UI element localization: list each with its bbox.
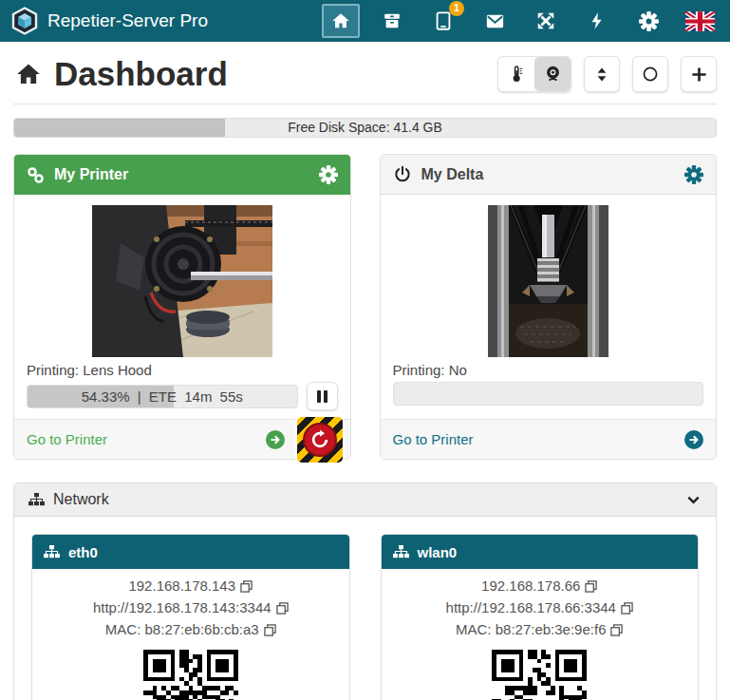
- nav-fullscreen-button[interactable]: [527, 4, 565, 38]
- network-panel-header[interactable]: Network: [14, 483, 716, 517]
- copy-icon[interactable]: [621, 599, 633, 619]
- thermometer-icon: [507, 64, 526, 85]
- archive-box-icon: [382, 10, 402, 31]
- home-icon: [330, 10, 351, 31]
- nav-home-button[interactable]: [322, 4, 360, 38]
- qr-code: [492, 650, 587, 700]
- app-logo-icon: [11, 7, 38, 35]
- page-title: Dashboard: [13, 55, 228, 93]
- copy-icon[interactable]: [240, 577, 253, 597]
- nav-power-button[interactable]: [578, 4, 616, 38]
- power-off-icon: [393, 165, 412, 184]
- emergency-stop-button[interactable]: [297, 417, 343, 463]
- circle-icon: [642, 66, 659, 83]
- interface-mac: MAC: b8:27:eb:3e:9e:f6: [456, 621, 606, 637]
- navbar: Repetier-Server Pro 1: [0, 0, 730, 42]
- network-panel-body: eth0 192.168.178.143 http://192.168.178.…: [14, 517, 716, 700]
- gear-icon: [639, 11, 659, 31]
- printer-card-my-delta: My Delta: [380, 154, 718, 460]
- page-header: Dashboard: [13, 55, 717, 93]
- printer-settings-gear-icon[interactable]: [319, 165, 338, 184]
- interface-ip: 192.168.178.143: [128, 577, 235, 594]
- print-progress-bar: [393, 382, 704, 406]
- nav-print-queue-button[interactable]: [373, 4, 411, 38]
- chevron-down-icon[interactable]: [685, 492, 702, 508]
- printer-card-body: Printing: No: [381, 195, 717, 414]
- printer-card-my-printer: My Printer: [13, 154, 351, 460]
- printer-name: My Printer: [54, 166, 128, 183]
- chain-link-icon: [27, 166, 45, 184]
- print-progress-row: 54.33% | ETE 14m 55s: [27, 382, 338, 410]
- nav-devices-button[interactable]: 1: [424, 4, 462, 38]
- nav-messages-button[interactable]: [476, 4, 514, 38]
- print-progress-bar: 54.33% | ETE 14m 55s: [27, 385, 298, 408]
- network-card-eth0: eth0 192.168.178.143 http://192.168.178.…: [31, 534, 350, 700]
- envelope-icon: [484, 10, 506, 32]
- add-printer-button[interactable]: [681, 56, 717, 92]
- go-to-printer-link[interactable]: Go to Printer: [27, 431, 107, 447]
- temperature-view-button[interactable]: [498, 57, 534, 91]
- disk-space-label: Free Disk Space: 41.4 GB: [14, 119, 716, 137]
- network-panel: Network eth0 192.168.178.143 ht: [13, 482, 717, 700]
- printer-card-header: My Printer: [14, 155, 350, 195]
- copy-icon[interactable]: [264, 621, 276, 641]
- navbar-icons: 1: [322, 4, 719, 38]
- printer-card-body: Printing: Lens Hood 54.33% | ETE 14m 55s: [14, 195, 350, 419]
- language-flag-button[interactable]: [681, 4, 719, 38]
- header-divider: [13, 104, 717, 104]
- view-toggle-group: [497, 56, 571, 92]
- free-disk-space-bar: Free Disk Space: 41.4 GB: [13, 118, 717, 138]
- brand-title: Repetier-Server Pro: [47, 10, 208, 31]
- expand-arrows-icon: [535, 10, 556, 31]
- interface-url: http://192.168.178.143:3344: [93, 599, 271, 615]
- printer-card-footer: Go to Printer: [14, 419, 350, 459]
- printer-settings-gear-icon[interactable]: [684, 165, 703, 184]
- interface-url: http://192.168.178.66:3344: [446, 599, 616, 615]
- brand[interactable]: Repetier-Server Pro: [11, 7, 208, 35]
- webcam-image-my-printer: [27, 205, 338, 357]
- printer-card-footer: Go to Printer: [381, 419, 717, 459]
- sitemap-network-icon: [44, 545, 60, 558]
- header-actions: [497, 56, 717, 92]
- home-icon: [13, 60, 44, 88]
- interface-mac: MAC: b8:27:eb:6b:cb:a3: [105, 621, 259, 637]
- webcam-image-my-delta: [393, 205, 704, 357]
- copy-icon[interactable]: [585, 577, 597, 597]
- notification-badge: 1: [449, 1, 464, 16]
- qr-code: [143, 650, 238, 700]
- print-progress-row: [393, 382, 704, 406]
- copy-icon[interactable]: [610, 621, 623, 641]
- uk-flag-icon: [685, 11, 715, 31]
- webcam-view-button[interactable]: [534, 57, 571, 91]
- printing-status: Printing: Lens Hood: [27, 362, 338, 378]
- printer-card-header: My Delta: [381, 155, 717, 195]
- interface-name: eth0: [68, 544, 98, 560]
- interface-details: 192.168.178.66 http://192.168.178.66:334…: [382, 569, 699, 700]
- webcam-icon: [543, 64, 563, 85]
- go-to-printer-link[interactable]: Go to Printer: [393, 431, 474, 447]
- plus-icon: [691, 66, 707, 83]
- sort-printers-button[interactable]: [584, 56, 620, 92]
- pause-print-button[interactable]: [307, 382, 338, 410]
- interface-details: 192.168.178.143 http://192.168.178.143:3…: [32, 569, 349, 700]
- lightning-bolt-icon: [588, 10, 607, 31]
- interface-name: wlan0: [418, 544, 458, 560]
- network-card-wlan0: wlan0 192.168.178.66 http://192.168.178.…: [381, 534, 700, 700]
- emergency-stop-icon: [303, 423, 337, 457]
- network-panel-title: Network: [53, 491, 109, 508]
- interface-header: eth0: [32, 535, 349, 569]
- sitemap-network-icon: [393, 545, 409, 558]
- sitemap-network-icon: [28, 493, 45, 506]
- interface-header: wlan0: [382, 535, 699, 569]
- printing-status: Printing: No: [393, 362, 704, 378]
- copy-icon[interactable]: [276, 599, 289, 619]
- page-title-text: Dashboard: [54, 55, 228, 93]
- nav-settings-button[interactable]: [629, 4, 667, 38]
- circle-status-button[interactable]: [632, 56, 668, 92]
- printer-name: My Delta: [421, 166, 484, 183]
- arrow-circle-right-icon[interactable]: [266, 430, 285, 449]
- arrow-circle-right-icon[interactable]: [684, 430, 703, 449]
- printer-cards-row: My Printer: [13, 154, 717, 460]
- interface-ip: 192.168.178.66: [481, 577, 580, 594]
- sort-up-down-icon: [595, 66, 608, 83]
